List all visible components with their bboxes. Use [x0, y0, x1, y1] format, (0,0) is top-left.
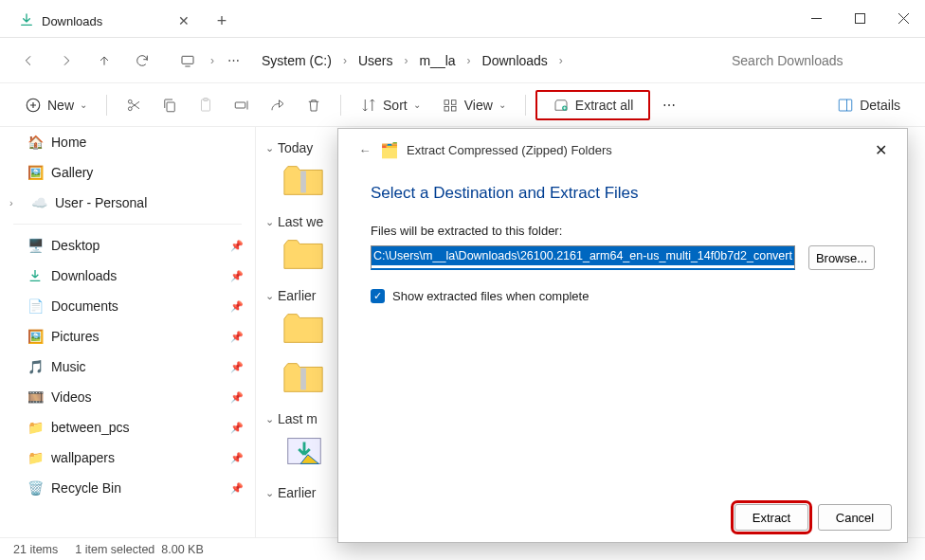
- svg-rect-16: [451, 106, 456, 111]
- this-pc-icon[interactable]: [171, 44, 205, 78]
- pin-icon: 📌: [230, 240, 244, 252]
- paste-button[interactable]: [189, 90, 223, 120]
- home-icon: 🏠: [27, 135, 44, 150]
- sidebar-item-between-pcs[interactable]: 📁between_pcs📌: [0, 412, 255, 443]
- chevron-right-icon: ›: [341, 54, 349, 67]
- paste-icon: [197, 97, 214, 114]
- copy-button[interactable]: [153, 90, 187, 120]
- breadcrumb-system[interactable]: System (C:): [256, 49, 337, 72]
- chevron-right-icon: ›: [209, 54, 216, 67]
- pin-icon: 📌: [230, 300, 244, 313]
- chevron-down-icon: ⌄: [265, 487, 274, 499]
- browse-button[interactable]: Browse...: [808, 245, 875, 270]
- sidebar-item-documents[interactable]: 📄Documents📌: [0, 291, 255, 321]
- onedrive-icon: ☁️: [30, 195, 47, 210]
- maximize-button[interactable]: [838, 0, 881, 37]
- details-pane-button[interactable]: Details: [827, 90, 910, 120]
- window-controls: [794, 0, 925, 37]
- breadcrumb-downloads[interactable]: Downloads: [477, 49, 553, 72]
- scissors-icon: [125, 97, 142, 114]
- pin-icon: 📌: [230, 361, 244, 373]
- extract-icon: [553, 97, 570, 114]
- view-icon: [442, 97, 459, 114]
- sidebar-item-desktop[interactable]: 🖥️Desktop📌: [0, 230, 255, 261]
- sidebar-item-pictures[interactable]: 🖼️Pictures📌: [0, 321, 255, 352]
- chevron-right-icon: ›: [402, 54, 409, 67]
- svg-rect-4: [182, 56, 193, 63]
- pin-icon: 📌: [230, 391, 244, 404]
- sidebar-item-onedrive[interactable]: ›☁️User - Personal: [0, 188, 255, 218]
- svg-rect-9: [167, 102, 174, 112]
- zip-icon: 🗂️: [380, 141, 399, 159]
- more-button[interactable]: ⋯: [652, 90, 686, 120]
- status-item-count: 21 items: [13, 543, 58, 556]
- dialog-close-button[interactable]: ✕: [860, 129, 901, 171]
- tab-label: Downloads: [42, 14, 167, 28]
- refresh-button[interactable]: [125, 44, 159, 78]
- extract-all-button[interactable]: Extract all: [535, 90, 650, 120]
- desktop-icon: 🖥️: [27, 238, 44, 253]
- pin-icon: 📌: [230, 482, 244, 495]
- navigation-pane: 🏠Home 🖼️Gallery ›☁️User - Personal 🖥️Des…: [0, 127, 256, 537]
- checkbox-checked-icon: ✓: [371, 289, 385, 303]
- sidebar-item-music[interactable]: 🎵Music📌: [0, 352, 255, 382]
- pin-icon: 📌: [230, 331, 244, 343]
- sort-button[interactable]: Sort⌄: [351, 90, 430, 120]
- zip-folder-icon: [282, 360, 326, 394]
- tab-downloads[interactable]: Downloads ✕: [6, 5, 205, 37]
- more-crumbs-button[interactable]: ⋯: [220, 44, 246, 78]
- tab-close-icon[interactable]: ✕: [174, 13, 193, 28]
- sidebar-item-downloads[interactable]: Downloads📌: [0, 261, 255, 291]
- minimize-button[interactable]: [794, 0, 838, 37]
- back-icon[interactable]: ←: [352, 143, 378, 157]
- destination-input[interactable]: C:\Users\m__la\Downloads\26100.2161_arm6…: [371, 245, 795, 270]
- recycle-icon: 🗑️: [27, 480, 44, 496]
- svg-point-7: [128, 106, 132, 110]
- search-input[interactable]: [724, 46, 914, 75]
- titlebar: Downloads ✕ +: [0, 0, 925, 38]
- forward-button[interactable]: [49, 44, 83, 78]
- chevron-right-icon: ›: [557, 54, 565, 67]
- trash-icon: [305, 97, 322, 114]
- installer-icon: [282, 434, 326, 468]
- sidebar-item-recycle-bin[interactable]: 🗑️Recycle Bin📌: [0, 473, 255, 503]
- view-button[interactable]: View⌄: [432, 90, 516, 120]
- address-bar: › ⋯ System (C:) › Users › m__la › Downlo…: [0, 38, 925, 83]
- chevron-right-icon: ›: [465, 54, 473, 67]
- copy-icon: [161, 97, 178, 114]
- rename-button[interactable]: [225, 90, 259, 120]
- details-icon: [837, 97, 854, 114]
- pin-icon: 📌: [230, 422, 244, 434]
- sidebar-item-home[interactable]: 🏠Home: [0, 127, 255, 157]
- status-selection: 1 item selected 8.00 KB: [75, 543, 204, 556]
- extract-dialog: ← 🗂️ Extract Compressed (Zipped) Folders…: [337, 128, 908, 543]
- svg-rect-14: [451, 99, 456, 104]
- up-button[interactable]: [87, 44, 121, 78]
- svg-rect-13: [444, 99, 449, 104]
- dialog-titlebar: ← 🗂️ Extract Compressed (Zipped) Folders…: [338, 129, 907, 171]
- cut-button[interactable]: [117, 90, 151, 120]
- gallery-icon: 🖼️: [27, 165, 44, 180]
- new-tab-button[interactable]: +: [205, 5, 239, 37]
- close-button[interactable]: [881, 0, 925, 37]
- share-button[interactable]: [261, 90, 295, 120]
- breadcrumb-users[interactable]: Users: [353, 49, 399, 72]
- new-button[interactable]: New⌄: [15, 90, 97, 120]
- breadcrumb-user[interactable]: m__la: [413, 49, 461, 72]
- chevron-down-icon: ⌄: [265, 413, 274, 425]
- back-button[interactable]: [11, 44, 45, 78]
- delete-button[interactable]: [297, 90, 331, 120]
- sidebar-item-videos[interactable]: 🎞️Videos📌: [0, 382, 255, 412]
- svg-rect-1: [855, 14, 864, 24]
- svg-rect-15: [444, 106, 449, 111]
- sidebar-item-gallery[interactable]: 🖼️Gallery: [0, 157, 255, 188]
- svg-rect-12: [235, 102, 245, 108]
- show-files-checkbox[interactable]: ✓ Show extracted files when complete: [371, 289, 875, 303]
- extract-button[interactable]: Extract: [735, 504, 808, 531]
- cancel-button[interactable]: Cancel: [818, 504, 892, 531]
- sidebar-item-wallpapers[interactable]: 📁wallpapers📌: [0, 443, 255, 473]
- folder-icon: [282, 311, 326, 345]
- folder-icon: 📁: [27, 420, 44, 435]
- chevron-right-icon[interactable]: ›: [9, 197, 23, 208]
- chevron-down-icon: ⌄: [265, 216, 274, 228]
